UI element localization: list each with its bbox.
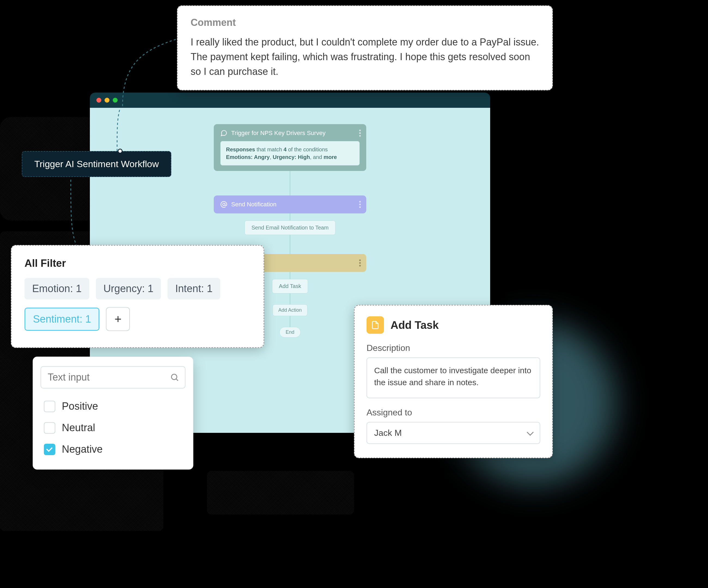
add-task-panel: Add Task Description Call the customer t… [354, 305, 553, 458]
option-neutral[interactable]: Neutral [40, 417, 185, 438]
at-icon [220, 201, 227, 208]
task-desc-input[interactable]: Call the customer to investigate deeper … [366, 358, 540, 398]
workflow-add-action-button[interactable]: Add Action [272, 304, 307, 316]
workflow-connector [290, 171, 290, 195]
workflow-connector [290, 213, 290, 220]
option-label: Negative [62, 443, 102, 455]
task-desc-label: Description [366, 343, 540, 353]
filter-chip-urgency[interactable]: Urgency: 1 [96, 278, 161, 300]
filter-chip-row: Emotion: 1 Urgency: 1 Intent: 1 [25, 278, 250, 300]
option-negative[interactable]: Negative [40, 438, 185, 460]
traffic-light-close[interactable] [96, 98, 101, 103]
kebab-menu-icon[interactable] [359, 259, 361, 267]
comment-card: Comment I really liked the product, but … [177, 5, 553, 90]
trigger-label: Trigger AI Sentiment Workflow [22, 151, 171, 177]
workflow-trigger-title: Trigger for NPS Key Drivers Survey [231, 130, 325, 137]
traffic-light-minimize[interactable] [105, 98, 110, 103]
workflow-trigger-condition: Responses that match 4 of the conditions… [220, 141, 360, 165]
trigger-label-text: Trigger AI Sentiment Workflow [34, 159, 159, 169]
chat-icon [220, 130, 227, 137]
task-assigned-label: Assigned to [366, 407, 540, 417]
kebab-menu-icon[interactable] [359, 130, 361, 137]
search-input[interactable] [48, 372, 170, 383]
filter-chip-emotion[interactable]: Emotion: 1 [25, 278, 89, 300]
workflow-end-node: End [279, 327, 301, 338]
noise-bg [207, 471, 354, 515]
comment-heading: Comment [190, 17, 539, 28]
task-assigned-value: Jack M [374, 428, 402, 438]
workflow-notify-title: Send Notification [231, 201, 276, 208]
add-filter-button[interactable]: + [106, 307, 130, 331]
sentiment-dropdown: Positive Neutral Negative [33, 357, 193, 470]
workflow-action-body[interactable]: Add Task [272, 279, 308, 293]
task-title: Add Task [390, 319, 439, 331]
svg-point-0 [223, 203, 225, 206]
checkbox-negative[interactable] [44, 444, 55, 455]
dropdown-search[interactable] [40, 366, 185, 389]
search-icon [170, 373, 179, 382]
svg-point-1 [172, 374, 177, 380]
kebab-menu-icon[interactable] [359, 201, 361, 208]
workflow-notify-card[interactable]: Send Notification [214, 195, 366, 213]
document-icon [366, 316, 384, 334]
filter-heading: All Filter [25, 257, 250, 269]
option-label: Positive [62, 400, 98, 412]
plus-icon: + [114, 312, 121, 326]
workflow-trigger-card[interactable]: Trigger for NPS Key Drivers Survey Respo… [214, 124, 366, 171]
workflow-connector [290, 235, 290, 254]
task-header: Add Task [366, 316, 540, 334]
svg-line-2 [176, 379, 178, 381]
filter-chip-row-2: Sentiment: 1 + [25, 307, 250, 331]
workflow-notify-body[interactable]: Send Email Notification to Team [244, 220, 335, 235]
checkbox-positive[interactable] [44, 401, 55, 412]
connector-dot [118, 149, 122, 154]
browser-titlebar [90, 93, 490, 108]
option-positive[interactable]: Positive [40, 396, 185, 417]
filter-chip-intent[interactable]: Intent: 1 [168, 278, 220, 300]
checkbox-neutral[interactable] [44, 422, 55, 434]
comment-body: I really liked the product, but I couldn… [190, 35, 539, 79]
workflow-connector [290, 272, 290, 279]
option-label: Neutral [62, 422, 95, 434]
filter-chip-sentiment[interactable]: Sentiment: 1 [25, 308, 99, 331]
workflow-connector [290, 316, 290, 327]
traffic-light-maximize[interactable] [113, 98, 118, 103]
filter-panel: All Filter Emotion: 1 Urgency: 1 Intent:… [11, 245, 264, 348]
chevron-down-icon [527, 429, 533, 436]
workflow-connector [290, 293, 290, 304]
task-assigned-select[interactable]: Jack M [366, 422, 540, 444]
